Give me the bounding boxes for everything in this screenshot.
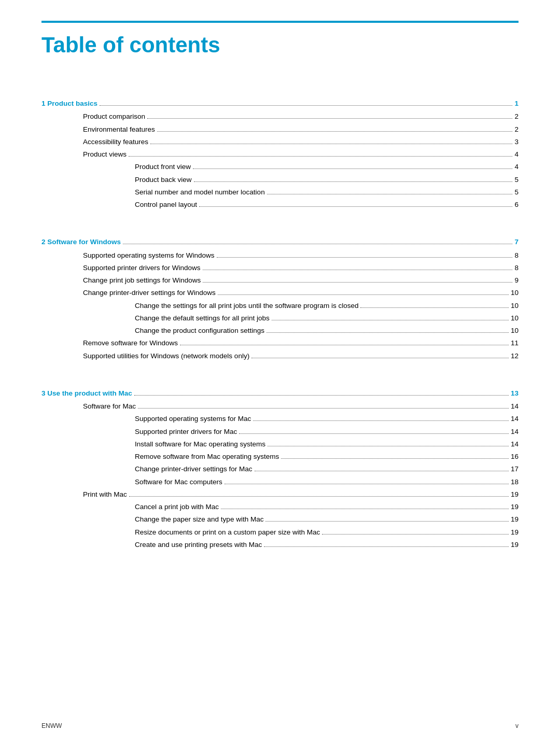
chapter-label: 2 Software for Windows <box>41 237 121 247</box>
toc-entry-label: Print with Mac <box>83 489 127 500</box>
toc-entry-label: Remove software for Windows <box>83 338 178 348</box>
toc-entry-label: Supported printer drivers for Windows <box>83 263 201 273</box>
toc-page-num: 10 <box>511 313 519 324</box>
toc-page-num: 18 <box>511 477 519 487</box>
toc-row: Change print job settings for Windows9 <box>41 275 519 286</box>
toc-dots <box>221 509 509 509</box>
toc-dots <box>150 144 512 144</box>
toc-entry-label: Product comparison <box>83 111 145 122</box>
toc-row: Environmental features2 <box>41 124 519 135</box>
toc-entry-label: Supported utilities for Windows (network… <box>83 351 249 361</box>
toc-dots <box>199 206 512 207</box>
toc-dots <box>268 446 509 446</box>
toc-dots <box>147 118 512 119</box>
toc-dots <box>264 546 509 547</box>
toc-row: Change printer-driver settings for Windo… <box>41 288 519 298</box>
toc-entry-label: Cancel a print job with Mac <box>135 502 219 512</box>
toc-entry-label: Supported printer drivers for Mac <box>135 427 237 437</box>
toc-entry-label: Product views <box>83 149 127 160</box>
toc-page-num: 4 <box>514 162 519 172</box>
toc-page-num: 8 <box>514 250 519 261</box>
footer-right: v <box>515 722 519 729</box>
page-title: Table of contents <box>41 33 519 57</box>
toc-row: Change the paper size and type with Mac1… <box>41 514 519 525</box>
toc-dots <box>218 294 509 295</box>
toc-container: 1 Product basics 1Product comparison2Env… <box>41 99 519 576</box>
toc-row: Supported printer drivers for Windows8 <box>41 263 519 273</box>
toc-dots <box>129 156 512 157</box>
toc-dots <box>193 168 512 169</box>
toc-page-num: 10 <box>511 326 519 336</box>
toc-row: Supported utilities for Windows (network… <box>41 351 519 361</box>
toc-page-num: 10 <box>511 288 519 298</box>
toc-page-num: 10 <box>511 301 519 311</box>
chapter-page: 1 <box>514 99 519 109</box>
toc-entry-label: Supported operating systems for Windows <box>83 250 215 261</box>
toc-entry-label: Change print job settings for Windows <box>83 275 201 286</box>
toc-dots <box>267 194 513 194</box>
toc-row: Create and use printing presets with Mac… <box>41 540 519 550</box>
toc-row: Serial number and model number location5 <box>41 187 519 198</box>
toc-row: Print with Mac19 <box>41 489 519 500</box>
toc-dots <box>281 458 509 459</box>
toc-row: Software for Mac computers18 <box>41 477 519 487</box>
toc-dots <box>265 521 509 522</box>
toc-dots <box>217 257 513 258</box>
footer: ENWW v <box>41 722 519 729</box>
toc-page-num: 6 <box>514 200 519 210</box>
toc-dots <box>203 270 513 270</box>
chapter-page: 13 <box>511 388 519 399</box>
toc-entry-label: Change the settings for all print jobs u… <box>135 301 358 311</box>
toc-row: Product views4 <box>41 149 519 160</box>
toc-row: Change the product configuration setting… <box>41 326 519 336</box>
toc-dots <box>360 307 508 308</box>
toc-dots <box>322 534 509 535</box>
toc-section-section3: 3 Use the product with Mac 13Software fo… <box>41 388 519 550</box>
toc-page-num: 11 <box>511 338 519 348</box>
toc-page-num: 9 <box>514 275 519 286</box>
chapter-row: 2 Software for Windows 7 <box>41 237 519 247</box>
toc-row: Accessibility features3 <box>41 137 519 147</box>
toc-page-num: 17 <box>511 464 519 474</box>
toc-entry-label: Environmental features <box>83 124 155 135</box>
toc-dots <box>194 181 513 182</box>
toc-section-section1: 1 Product basics 1Product comparison2Env… <box>41 99 519 210</box>
toc-page-num: 5 <box>514 175 519 185</box>
toc-row: Product comparison2 <box>41 111 519 122</box>
toc-row: Supported operating systems for Windows8 <box>41 250 519 261</box>
toc-dots <box>134 395 509 396</box>
toc-page-num: 12 <box>511 351 519 361</box>
chapter-row: 1 Product basics 1 <box>41 99 519 109</box>
toc-page-num: 4 <box>514 149 519 160</box>
toc-page-num: 19 <box>511 502 519 512</box>
toc-page-num: 19 <box>511 489 519 500</box>
chapter-page: 7 <box>514 237 519 247</box>
toc-page-num: 19 <box>511 540 519 550</box>
toc-entry-label: Remove software from Mac operating syste… <box>135 452 279 462</box>
toc-entry-label: Serial number and model number location <box>135 187 265 198</box>
footer-left: ENWW <box>41 722 62 729</box>
toc-dots <box>267 332 509 333</box>
toc-page-num: 8 <box>514 263 519 273</box>
toc-row: Resize documents or print on a custom pa… <box>41 527 519 538</box>
toc-entry-label: Change the product configuration setting… <box>135 326 264 336</box>
toc-entry-label: Control panel layout <box>135 200 197 210</box>
toc-dots <box>253 420 509 421</box>
toc-page-num: 3 <box>514 137 519 147</box>
toc-section-section2: 2 Software for Windows 7Supported operat… <box>41 237 519 361</box>
toc-entry-label: Resize documents or print on a custom pa… <box>135 527 320 538</box>
toc-row: Control panel layout6 <box>41 200 519 210</box>
toc-page-num: 19 <box>511 527 519 538</box>
toc-dots <box>180 345 509 345</box>
toc-page-num: 5 <box>514 187 519 198</box>
toc-row: Install software for Mac operating syste… <box>41 439 519 449</box>
chapter-row: 3 Use the product with Mac 13 <box>41 388 519 399</box>
toc-page-num: 14 <box>511 439 519 449</box>
toc-page-num: 2 <box>514 124 519 135</box>
toc-row: Product back view5 <box>41 175 519 185</box>
toc-row: Cancel a print job with Mac19 <box>41 502 519 512</box>
toc-row: Product front view4 <box>41 162 519 172</box>
toc-entry-label: Change printer-driver settings for Windo… <box>83 288 216 298</box>
toc-page-num: 14 <box>511 401 519 412</box>
toc-dots <box>129 496 509 497</box>
